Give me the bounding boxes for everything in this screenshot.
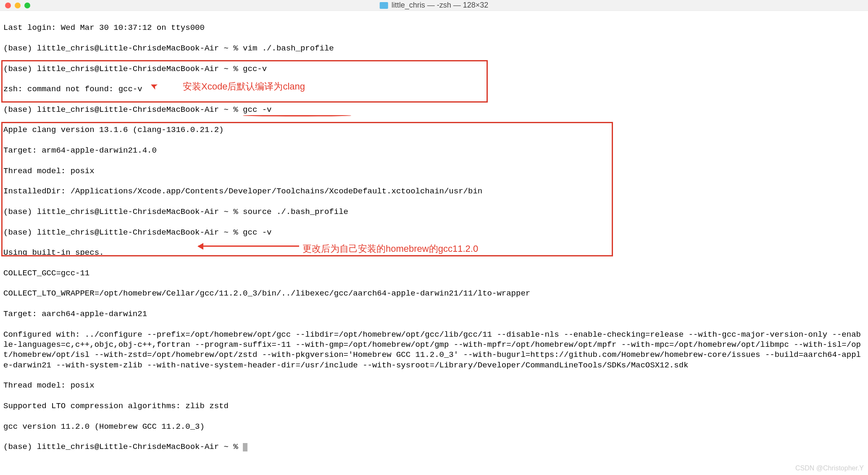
terminal-prompt-line: (base) little_chris@Little-ChrisdeMacBoo… bbox=[3, 442, 865, 452]
terminal-line: Thread model: posix bbox=[3, 380, 865, 391]
terminal-line: Last login: Wed Mar 30 10:37:12 on ttys0… bbox=[3, 23, 865, 33]
arrow-icon bbox=[198, 245, 299, 247]
traffic-lights bbox=[5, 3, 30, 8]
terminal-line: COLLECT_GCC=gcc-11 bbox=[3, 268, 865, 278]
maximize-button[interactable] bbox=[24, 3, 30, 8]
terminal-line: zsh: command not found: gcc-v bbox=[3, 84, 865, 94]
terminal-line: (base) little_chris@Little-ChrisdeMacBoo… bbox=[3, 43, 865, 53]
terminal-content[interactable]: Last login: Wed Mar 30 10:37:12 on ttys0… bbox=[0, 11, 868, 475]
window-title-text: little_chris — -zsh — 128×32 bbox=[392, 0, 489, 10]
terminal-line: Apple clang version 13.1.6 (clang-1316.0… bbox=[3, 125, 865, 135]
terminal-line: Thread model: posix bbox=[3, 166, 865, 176]
terminal-line: gcc version 11.2.0 (Homebrew GCC 11.2.0_… bbox=[3, 422, 865, 432]
minimize-button[interactable] bbox=[15, 3, 21, 8]
cursor-icon bbox=[243, 443, 247, 451]
terminal-line: (base) little_chris@Little-ChrisdeMacBoo… bbox=[3, 64, 865, 74]
terminal-line: Supported LTO compression algorithms: zl… bbox=[3, 401, 865, 411]
folder-icon bbox=[380, 2, 388, 9]
terminal-line: (base) little_chris@Little-ChrisdeMacBoo… bbox=[3, 105, 865, 115]
watermark-text: CSDN @Christopher.Y bbox=[795, 464, 864, 472]
terminal-prompt: (base) little_chris@Little-ChrisdeMacBoo… bbox=[3, 442, 243, 451]
window-titlebar: little_chris — -zsh — 128×32 bbox=[0, 0, 868, 11]
annotation-clang: 安装Xcode后默认编译为clang bbox=[183, 81, 305, 92]
terminal-line: (base) little_chris@Little-ChrisdeMacBoo… bbox=[3, 207, 865, 217]
terminal-line: InstalledDir: /Applications/Xcode.app/Co… bbox=[3, 186, 865, 196]
annotation-gcc: 更改后为自己安装的homebrew的gcc11.2.0 bbox=[302, 243, 478, 255]
terminal-line: Target: arm64-apple-darwin21.4.0 bbox=[3, 145, 865, 156]
terminal-line: Configured with: ../configure --prefix=/… bbox=[3, 330, 865, 370]
close-button[interactable] bbox=[5, 3, 11, 8]
underline-source-command bbox=[243, 115, 351, 116]
terminal-line: (base) little_chris@Little-ChrisdeMacBoo… bbox=[3, 227, 865, 238]
window-title: little_chris — -zsh — 128×32 bbox=[380, 0, 489, 10]
terminal-line: COLLECT_LTO_WRAPPER=/opt/homebrew/Cellar… bbox=[3, 288, 865, 298]
terminal-line: Target: aarch64-apple-darwin21 bbox=[3, 309, 865, 319]
